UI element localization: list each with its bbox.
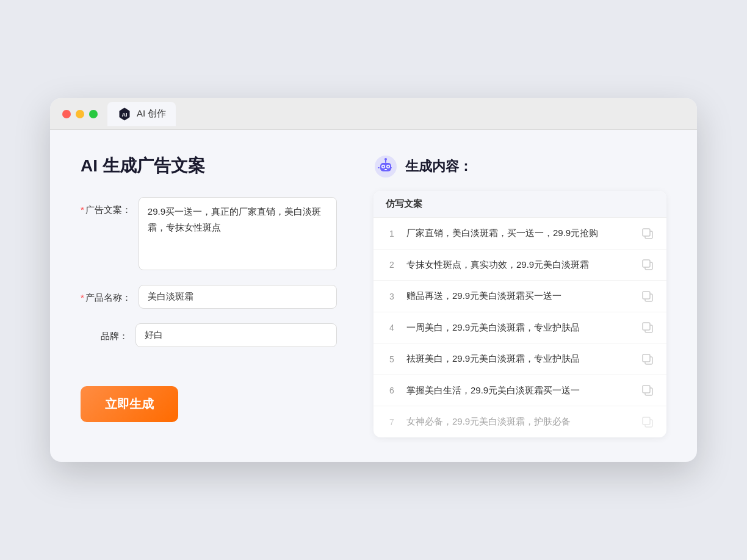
result-text-7: 女神必备，29.9元美白淡斑霜，护肤必备 xyxy=(406,415,632,429)
result-text-4: 一周美白，29.9元美白淡斑霜，专业护肤品 xyxy=(406,321,632,335)
maximize-button[interactable] xyxy=(89,110,98,118)
result-num-6: 6 xyxy=(386,386,398,395)
result-row: 1 厂家直销，美白淡斑霜，买一送一，29.9元抢购 xyxy=(374,218,666,249)
brand-row: 品牌： xyxy=(81,323,337,347)
copy-icon-1[interactable] xyxy=(641,227,654,240)
traffic-lights xyxy=(62,110,98,118)
tab-label: AI 创作 xyxy=(137,108,166,120)
right-panel: 生成内容： 仿写文案 1 厂家直销，美白淡斑霜，买一送一，29.9元抢购 2 专… xyxy=(374,154,666,437)
result-row: 3 赠品再送，29.9元美白淡斑霜买一送一 xyxy=(374,281,666,312)
result-row: 2 专抹女性斑点，真实功效，29.9元美白淡斑霜 xyxy=(374,249,666,281)
result-text-6: 掌握美白生活，29.9元美白淡斑霜买一送一 xyxy=(406,384,632,398)
svg-text:AI: AI xyxy=(122,112,128,118)
result-text-3: 赠品再送，29.9元美白淡斑霜买一送一 xyxy=(406,289,632,303)
result-num-3: 3 xyxy=(386,292,398,301)
result-row-faded: 7 女神必备，29.9元美白淡斑霜，护肤必备 xyxy=(374,406,666,437)
left-panel: AI 生成广告文案 *广告文案： *产品名称： 品牌： xyxy=(81,154,337,437)
result-row: 5 祛斑美白，29.9元美白淡斑霜，专业护肤品 xyxy=(374,343,666,375)
svg-point-6 xyxy=(383,166,384,168)
svg-rect-12 xyxy=(390,167,392,168)
product-name-input[interactable] xyxy=(139,285,337,309)
copy-icon-6[interactable] xyxy=(641,384,654,397)
svg-rect-26 xyxy=(643,417,650,425)
result-num-4: 4 xyxy=(386,323,398,332)
brand-input[interactable] xyxy=(135,323,337,347)
result-table-header: 仿写文案 xyxy=(374,191,666,218)
close-button[interactable] xyxy=(62,110,71,118)
product-name-label: *产品名称： xyxy=(81,285,139,305)
result-num-7: 7 xyxy=(386,417,398,427)
required-star-product: * xyxy=(81,292,84,303)
titlebar: AI AI 创作 xyxy=(50,98,697,130)
product-name-row: *产品名称： xyxy=(81,285,337,309)
result-table: 仿写文案 1 厂家直销，美白淡斑霜，买一送一，29.9元抢购 2 专抹女性斑点，… xyxy=(374,191,666,437)
svg-rect-22 xyxy=(643,354,650,362)
copy-icon-7[interactable] xyxy=(641,415,654,429)
robot-icon xyxy=(374,154,398,179)
tab-ai-creation[interactable]: AI AI 创作 xyxy=(107,102,176,126)
copy-icon-5[interactable] xyxy=(641,353,654,366)
required-star-ad: * xyxy=(81,204,84,215)
copy-icon-3[interactable] xyxy=(641,290,654,303)
main-content: AI 生成广告文案 *广告文案： *产品名称： 品牌： xyxy=(50,130,697,462)
svg-rect-8 xyxy=(384,169,387,170)
generate-button[interactable]: 立即生成 xyxy=(81,386,178,422)
svg-rect-24 xyxy=(643,386,650,393)
svg-point-7 xyxy=(388,166,389,168)
svg-point-10 xyxy=(384,158,387,160)
result-header: 生成内容： xyxy=(374,154,666,179)
svg-rect-18 xyxy=(643,292,650,299)
svg-rect-11 xyxy=(378,167,380,168)
page-title: AI 生成广告文案 xyxy=(81,154,337,178)
ad-copy-label: *广告文案： xyxy=(81,197,139,217)
result-num-2: 2 xyxy=(386,260,398,270)
result-text-2: 专抹女性斑点，真实功效，29.9元美白淡斑霜 xyxy=(406,258,632,272)
minimize-button[interactable] xyxy=(76,110,84,118)
brand-label: 品牌： xyxy=(81,323,135,343)
svg-rect-20 xyxy=(643,323,650,330)
browser-window: AI AI 创作 AI 生成广告文案 *广告文案： *产品名称： xyxy=(50,98,697,462)
ad-copy-input[interactable] xyxy=(139,197,337,270)
svg-rect-16 xyxy=(643,260,650,267)
result-row: 6 掌握美白生活，29.9元美白淡斑霜买一送一 xyxy=(374,375,666,407)
result-row: 4 一周美白，29.9元美白淡斑霜，专业护肤品 xyxy=(374,312,666,344)
ai-hex-icon: AI xyxy=(117,107,132,121)
result-text-1: 厂家直销，美白淡斑霜，买一送一，29.9元抢购 xyxy=(406,226,632,240)
result-num-5: 5 xyxy=(386,354,398,364)
ad-copy-row: *广告文案： xyxy=(81,197,337,270)
copy-icon-2[interactable] xyxy=(641,258,654,271)
result-title: 生成内容： xyxy=(405,157,472,176)
svg-rect-14 xyxy=(643,229,650,236)
result-num-1: 1 xyxy=(386,229,398,239)
btn-wrapper: 立即生成 xyxy=(81,362,337,422)
copy-icon-4[interactable] xyxy=(641,321,654,334)
result-text-5: 祛斑美白，29.9元美白淡斑霜，专业护肤品 xyxy=(406,352,632,366)
